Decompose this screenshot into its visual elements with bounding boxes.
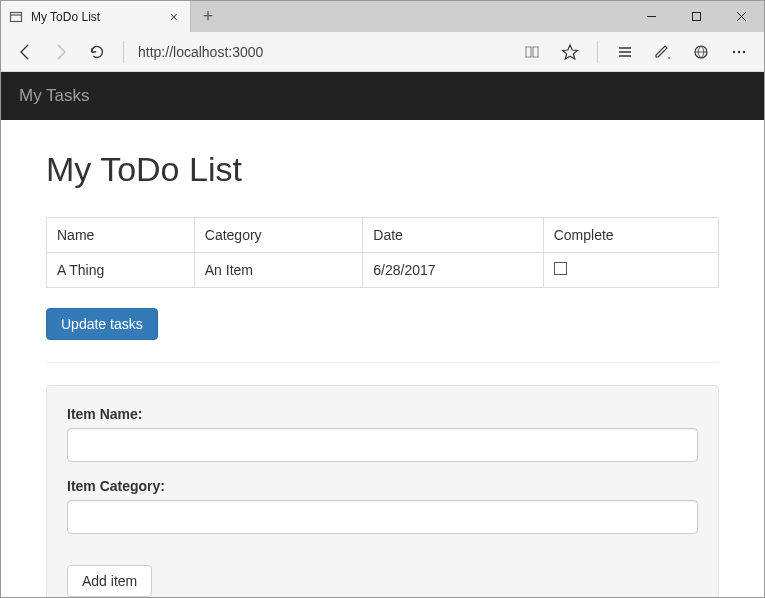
new-tab-button[interactable]: + [191, 1, 225, 32]
cell-date: 6/28/2017 [363, 253, 543, 288]
svg-point-11 [733, 50, 735, 52]
hub-icon[interactable] [610, 37, 640, 67]
webnote-icon[interactable] [648, 37, 678, 67]
cell-name: A Thing [47, 253, 195, 288]
reading-view-icon[interactable] [517, 37, 547, 67]
col-name: Name [47, 218, 195, 253]
main-container: My ToDo List Name Category Date Complete… [1, 120, 764, 597]
forward-button[interactable] [47, 38, 75, 66]
table-row: A Thing An Item 6/28/2017 [47, 253, 719, 288]
browser-titlebar: My ToDo List × + [1, 1, 764, 32]
svg-point-12 [738, 50, 740, 52]
col-category: Category [194, 218, 363, 253]
svg-rect-0 [11, 12, 22, 21]
cell-category: An Item [194, 253, 363, 288]
item-category-label: Item Category: [67, 478, 698, 494]
item-name-label: Item Name: [67, 406, 698, 422]
item-category-input[interactable] [67, 500, 698, 534]
favorite-icon[interactable] [555, 37, 585, 67]
tasks-table: Name Category Date Complete A Thing An I… [46, 217, 719, 288]
back-button[interactable] [11, 38, 39, 66]
col-complete: Complete [543, 218, 718, 253]
tab-close-button[interactable]: × [166, 9, 182, 25]
toolbar-separator [597, 41, 598, 63]
browser-tab[interactable]: My ToDo List × [1, 1, 191, 32]
navbar-brand[interactable]: My Tasks [19, 86, 90, 105]
svg-rect-3 [693, 13, 701, 21]
divider [46, 362, 719, 363]
cell-complete [543, 253, 718, 288]
complete-checkbox[interactable] [554, 262, 567, 275]
window-controls [629, 1, 764, 32]
add-item-button[interactable]: Add item [67, 565, 152, 597]
share-icon[interactable] [686, 37, 716, 67]
svg-point-13 [743, 50, 745, 52]
add-item-form: Item Name: Item Category: Add item [46, 385, 719, 597]
app-navbar: My Tasks [1, 72, 764, 120]
browser-toolbar: http://localhost:3000 [1, 32, 764, 72]
toolbar-separator [123, 41, 124, 63]
col-date: Date [363, 218, 543, 253]
maximize-button[interactable] [674, 1, 719, 32]
minimize-button[interactable] [629, 1, 674, 32]
page-icon [9, 10, 23, 24]
item-name-input[interactable] [67, 428, 698, 462]
page-viewport: My Tasks My ToDo List Name Category Date… [1, 72, 764, 597]
tab-title: My ToDo List [31, 10, 158, 24]
update-tasks-button[interactable]: Update tasks [46, 308, 158, 340]
close-window-button[interactable] [719, 1, 764, 32]
address-bar[interactable]: http://localhost:3000 [136, 44, 509, 60]
refresh-button[interactable] [83, 38, 111, 66]
more-icon[interactable] [724, 37, 754, 67]
page-title: My ToDo List [46, 150, 719, 189]
